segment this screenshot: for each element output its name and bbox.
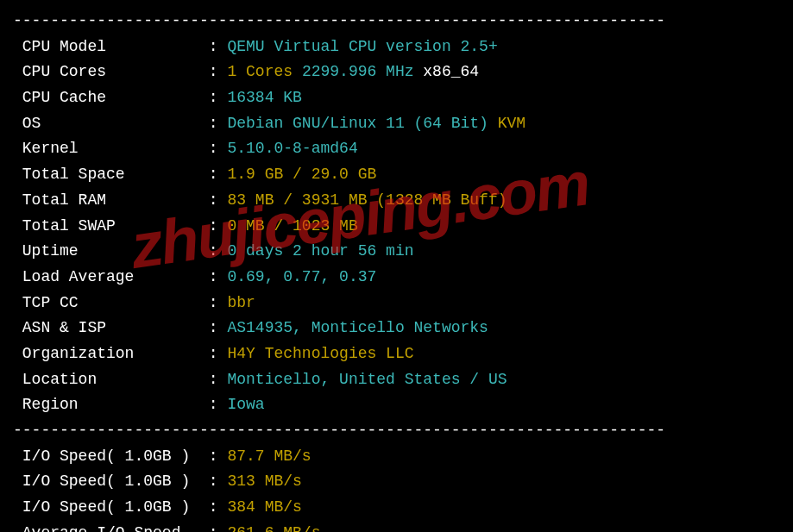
row-value: x86_64 — [423, 63, 479, 80]
row-label: TCP CC — [13, 294, 209, 311]
row-separator: : — [209, 448, 228, 465]
row-separator: : — [209, 140, 228, 157]
row-label: OS — [13, 115, 209, 132]
row-value: 87.7 MB/s — [227, 448, 311, 465]
row-value: 1.9 GB / 29.0 GB — [227, 166, 376, 183]
row-separator: : — [209, 166, 228, 183]
info-row: CPU Cache : 16384 KB — [13, 85, 780, 111]
info-row: Region : Iowa — [13, 392, 780, 418]
row-value: Debian GNU/Linux 11 (64 Bit) — [227, 115, 497, 132]
row-separator: : — [209, 498, 228, 516]
row-separator: : — [209, 115, 228, 132]
row-separator: : — [209, 294, 228, 311]
info-row: Organization : H4Y Technologies LLC — [13, 341, 780, 367]
row-value: 0 days 2 hour 56 min — [227, 242, 413, 260]
system-info-section: CPU Model : QEMU Virtual CPU version 2.5… — [13, 34, 780, 418]
row-value: Monticello, United States / US — [227, 371, 507, 388]
row-separator: : — [209, 242, 228, 260]
info-row: Location : Monticello, United States / U… — [13, 367, 780, 393]
row-label: Total Space — [13, 166, 209, 183]
row-value: 5.10.0-8-amd64 — [227, 140, 357, 157]
row-label: CPU Cache — [13, 89, 209, 106]
row-value: 0.69, 0.77, 0.37 — [227, 268, 376, 285]
row-label: CPU Cores — [13, 63, 209, 80]
row-separator: : — [209, 63, 228, 80]
row-separator: : — [209, 89, 228, 106]
info-row: ASN & ISP : AS14935, Monticello Networks — [13, 316, 780, 341]
info-row: I/O Speed( 1.0GB ) : 313 MB/s — [13, 469, 780, 495]
info-row: Average I/O Speed : 261.6 MB/s — [13, 521, 780, 532]
row-separator: : — [209, 524, 228, 532]
row-label: Region — [13, 396, 209, 413]
row-label: I/O Speed( 1.0GB ) — [13, 473, 209, 490]
row-separator: : — [209, 345, 228, 362]
divider-mid: ----------------------------------------… — [13, 418, 780, 444]
row-label: CPU Model — [13, 38, 209, 55]
info-row: I/O Speed( 1.0GB ) : 384 MB/s — [13, 495, 780, 521]
row-value: Iowa — [227, 396, 264, 413]
row-label: I/O Speed( 1.0GB ) — [13, 498, 209, 516]
info-row: I/O Speed( 1.0GB ) : 87.7 MB/s — [13, 444, 780, 470]
info-row: Kernel : 5.10.0-8-amd64 — [13, 136, 780, 162]
row-label: Location — [13, 371, 209, 388]
row-value: 2299.996 MHz — [302, 63, 423, 80]
row-value: bbr — [227, 294, 255, 311]
row-value: 384 MB/s — [227, 498, 301, 516]
row-value: 0 MB / 1023 MB — [227, 217, 357, 235]
divider-top: ----------------------------------------… — [13, 9, 780, 34]
row-label: Organization — [13, 345, 209, 362]
row-label: Average I/O Speed — [13, 524, 209, 532]
row-value: H4Y Technologies LLC — [227, 345, 413, 362]
info-row: TCP CC : bbr — [13, 291, 780, 316]
row-separator: : — [209, 191, 228, 209]
info-row: Total RAM : 83 MB / 3931 MB (1328 MB Buf… — [13, 188, 780, 214]
row-separator: : — [209, 38, 228, 55]
row-value: 83 MB / 3931 MB (1328 MB Buff) — [227, 191, 507, 209]
row-separator: : — [209, 473, 228, 490]
row-separator: : — [209, 217, 228, 235]
row-label: Kernel — [13, 140, 209, 157]
row-separator: : — [209, 268, 228, 285]
row-value: 16384 KB — [227, 89, 301, 106]
info-row: Load Average : 0.69, 0.77, 0.37 — [13, 265, 780, 291]
row-value: 261.6 MB/s — [227, 524, 320, 532]
row-value: QEMU Virtual CPU version 2.5+ — [227, 38, 497, 55]
row-value: 1 Cores — [227, 63, 301, 80]
row-label: Total RAM — [13, 191, 209, 209]
row-separator: : — [209, 396, 228, 413]
info-row: Uptime : 0 days 2 hour 56 min — [13, 239, 780, 265]
row-label: ASN & ISP — [13, 319, 209, 336]
info-row: CPU Cores : 1 Cores 2299.996 MHz x86_64 — [13, 59, 780, 85]
row-separator: : — [209, 319, 228, 336]
row-value: KVM — [498, 115, 526, 132]
row-value: 313 MB/s — [227, 473, 301, 490]
row-label: Total SWAP — [13, 217, 209, 235]
row-label: I/O Speed( 1.0GB ) — [13, 448, 209, 465]
info-row: Total SWAP : 0 MB / 1023 MB — [13, 214, 780, 240]
info-row: Total Space : 1.9 GB / 29.0 GB — [13, 162, 780, 188]
row-label: Load Average — [13, 268, 209, 285]
row-separator: : — [209, 371, 228, 388]
row-label: Uptime — [13, 242, 209, 260]
io-speed-section: I/O Speed( 1.0GB ) : 87.7 MB/s I/O Speed… — [13, 444, 780, 532]
info-row: CPU Model : QEMU Virtual CPU version 2.5… — [13, 34, 780, 60]
info-row: OS : Debian GNU/Linux 11 (64 Bit) KVM — [13, 111, 780, 137]
row-value: AS14935, Monticello Networks — [227, 319, 488, 336]
